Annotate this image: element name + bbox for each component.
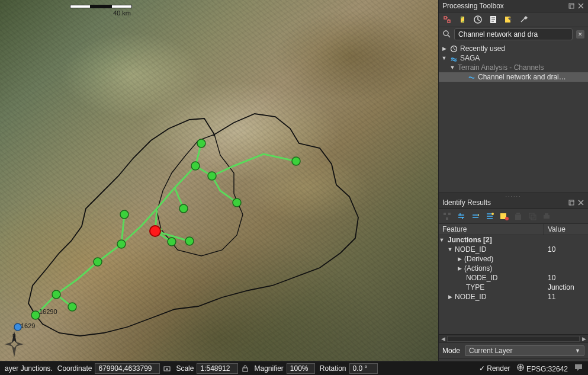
collapse-icon[interactable]: ▼	[441, 55, 447, 61]
model-icon[interactable]	[442, 15, 452, 24]
collapse-icon[interactable]: ▼	[447, 246, 453, 252]
tree-group-label[interactable]: Terrain Analysis - Channels	[458, 63, 544, 72]
svg-point-2	[208, 172, 216, 180]
history-icon	[449, 44, 458, 53]
svg-rect-29	[569, 200, 574, 205]
derived-node[interactable]: (Derived)	[464, 255, 493, 263]
svg-point-12	[68, 303, 76, 311]
expand-icon[interactable]: ▶	[457, 265, 462, 271]
crs-label: EPSG:32642	[526, 365, 568, 373]
svg-point-10	[94, 258, 102, 266]
svg-point-13	[31, 311, 40, 319]
svg-rect-33	[446, 217, 448, 220]
feature-label-2: 1629	[21, 322, 35, 329]
svg-marker-17	[5, 342, 13, 347]
feature-value: 11	[544, 293, 588, 301]
identify-toolbar	[439, 209, 588, 224]
coordinate-input[interactable]	[95, 363, 160, 374]
render-checkbox[interactable]: ✓	[479, 364, 485, 373]
svg-point-34	[491, 213, 494, 215]
svg-rect-39	[531, 215, 536, 220]
svg-text:N: N	[12, 333, 16, 338]
tree-view-icon	[442, 211, 452, 221]
magnifier-label: Magnifier	[254, 364, 283, 373]
tree-recent-label[interactable]: Recently used	[460, 44, 505, 53]
extents-icon[interactable]	[163, 364, 171, 373]
svg-point-22	[461, 17, 462, 18]
saga-provider-icon	[449, 54, 458, 62]
undock-icon[interactable]	[568, 2, 575, 9]
algorithm-tree[interactable]: ▶ Recently used ▼ SAGA ▼ Terrain Analysi…	[439, 43, 588, 193]
expand-new-icon[interactable]	[485, 211, 494, 221]
algorithm-item[interactable]: ▶ Channel network and drai…	[439, 72, 588, 82]
clear-search-icon[interactable]: ✕	[576, 30, 584, 39]
layer-name[interactable]: Junctions [2]	[446, 236, 492, 244]
expand-all-icon[interactable]	[457, 211, 466, 221]
svg-rect-40	[544, 215, 550, 219]
header-value[interactable]: Value	[544, 224, 588, 235]
identify-results-panel: Identify Results Feature Value	[439, 197, 588, 375]
rotation-input[interactable]	[349, 363, 378, 374]
svg-marker-18	[15, 342, 24, 347]
edit-in-place-icon[interactable]	[504, 15, 513, 24]
messages-icon[interactable]	[574, 363, 583, 374]
magnifier-input[interactable]	[287, 363, 315, 374]
scroll-left-icon[interactable]: ◀	[439, 336, 447, 342]
status-bar: ayer Junctions. Coordinate Scale Magnifi…	[0, 361, 438, 375]
svg-point-3	[292, 157, 300, 165]
expand-icon[interactable]: ▶	[457, 256, 462, 262]
saga-alg-icon	[467, 73, 475, 81]
identify-title: Identify Results	[442, 198, 491, 207]
results-header: Feature Value	[439, 224, 588, 235]
selected-junction[interactable]	[150, 226, 160, 236]
collapse-icon[interactable]: ▼	[449, 65, 455, 70]
horizontal-scrollbar[interactable]: ◀ ▶	[439, 334, 588, 342]
north-arrow-icon: N	[4, 330, 25, 358]
feature-node[interactable]: NODE_ID	[455, 245, 486, 254]
svg-point-9	[117, 240, 126, 248]
expand-icon[interactable]: ▶	[447, 294, 453, 300]
header-feature[interactable]: Feature	[439, 224, 544, 235]
results-tree[interactable]: ▼Junctions [2] ▼NODE_ID 10 ▶(Derived) ▶(…	[439, 235, 588, 334]
feature-node[interactable]: NODE_ID	[455, 293, 486, 301]
search-icon	[442, 30, 451, 40]
svg-rect-38	[529, 213, 534, 218]
results-icon[interactable]	[489, 15, 498, 24]
history-icon[interactable]	[473, 15, 483, 24]
svg-rect-37	[515, 214, 521, 220]
coordinate-label: Coordinate	[57, 364, 92, 373]
svg-point-5	[179, 204, 188, 213]
map-canvas[interactable]: 40 km	[0, 0, 438, 375]
identify-mode-select[interactable]: Current Layer ▼	[465, 345, 584, 356]
scale-input[interactable]	[197, 363, 238, 374]
collapse-icon[interactable]: ▼	[439, 237, 445, 243]
svg-point-11	[52, 290, 60, 299]
crs-button[interactable]: EPSG:32642	[516, 363, 568, 373]
feature-label-1: 16290	[39, 308, 57, 315]
actions-node[interactable]: (Actions)	[464, 264, 492, 273]
processing-toolbox-panel: Processing Toolbox ✕ ▶	[439, 0, 588, 193]
render-label: Render	[487, 364, 510, 373]
undock-icon[interactable]	[568, 199, 575, 206]
toolbox-search-input[interactable]	[454, 28, 573, 40]
svg-point-23	[462, 21, 464, 22]
python-icon[interactable]	[458, 15, 467, 24]
expand-icon[interactable]: ▶	[441, 46, 447, 52]
feature-value: 10	[544, 245, 588, 254]
scroll-right-icon[interactable]: ▶	[580, 336, 588, 342]
svg-point-8	[185, 237, 194, 245]
close-icon[interactable]	[577, 199, 584, 206]
map-overlay: 16290 1629	[0, 0, 438, 375]
svg-point-1	[191, 162, 200, 170]
copy-icon	[528, 211, 537, 221]
tree-saga-label[interactable]: SAGA	[460, 54, 480, 62]
lock-scale-icon[interactable]	[241, 364, 249, 373]
attr-value: 10	[544, 274, 588, 282]
open-form-icon[interactable]	[499, 211, 509, 221]
svg-rect-32	[448, 213, 451, 215]
junction-nodes	[14, 139, 300, 331]
options-icon[interactable]	[519, 15, 529, 24]
collapse-all-icon[interactable]	[471, 211, 480, 221]
close-icon[interactable]	[577, 2, 584, 9]
print-icon	[542, 211, 551, 221]
